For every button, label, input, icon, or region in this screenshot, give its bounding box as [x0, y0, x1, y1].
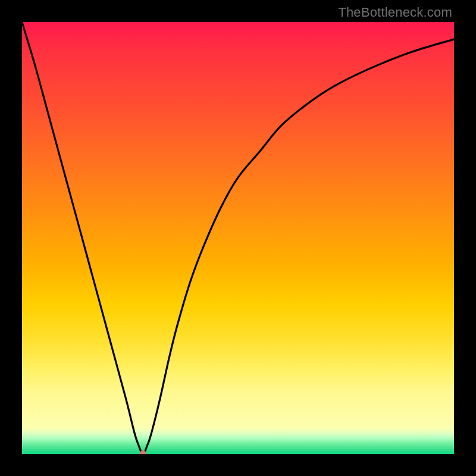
watermark-text: TheBottleneck.com: [338, 5, 452, 20]
chart-svg: [22, 22, 454, 454]
plot-area: [22, 22, 454, 454]
bottleneck-curve-path: [22, 22, 454, 454]
